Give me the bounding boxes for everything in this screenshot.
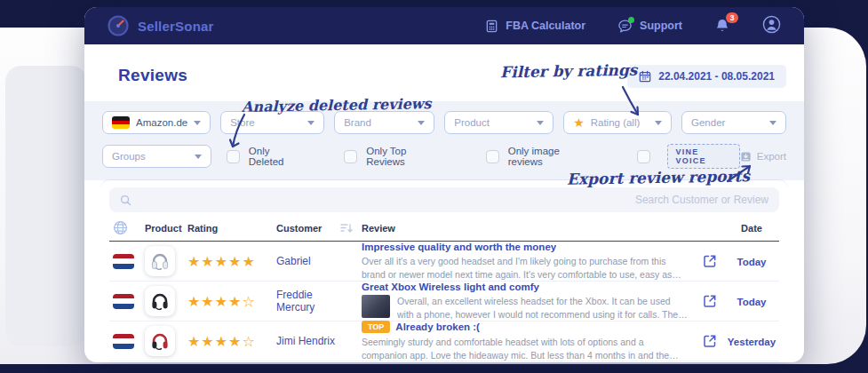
customer-name[interactable]: Jimi Hendrix (276, 335, 335, 347)
chevron-down-icon (418, 121, 425, 125)
product-image-black-headset[interactable] (145, 286, 175, 316)
annotation-filter-by-ratings: Filter by ratings (500, 61, 638, 82)
app-window: SellerSonar FBA Calculator (84, 7, 804, 362)
review-row[interactable]: ★★★★☆ Freddie Mercury Great Xbox Wireles… (109, 282, 779, 321)
export-label: Export (757, 151, 786, 162)
account-avatar-button[interactable] (762, 15, 781, 37)
page-title: Reviews (118, 66, 187, 85)
only-top-label: Only Top Reviews (366, 146, 446, 167)
review-title[interactable]: Already broken :( (395, 321, 480, 332)
background-left-card (5, 66, 87, 346)
review-date: Yesterday (728, 337, 776, 347)
external-link-icon[interactable] (703, 334, 717, 348)
search-input[interactable] (139, 194, 768, 206)
page-header: Reviews 22.04.2021 - 08.05.2021 (84, 44, 804, 101)
gender-placeholder: Gender (691, 117, 763, 128)
checkbox-box[interactable] (344, 150, 357, 163)
product-image-red-headset[interactable] (145, 326, 175, 356)
review-title[interactable]: Impressive quality and worth the money (362, 242, 556, 252)
filter-row-checkboxes: Groups Only Deleted Only Top Reviews Onl… (102, 144, 786, 169)
brand-dropdown[interactable]: Brand (334, 111, 434, 134)
date-range-picker[interactable]: 22.04.2021 - 08.05.2021 (627, 65, 786, 88)
fba-calculator-link[interactable]: FBA Calculator (485, 20, 585, 33)
product-dropdown[interactable]: Product (444, 111, 553, 134)
fba-calculator-label: FBA Calculator (506, 20, 585, 32)
column-review[interactable]: Review (362, 223, 696, 234)
column-customer[interactable]: Customer (276, 223, 322, 234)
column-product[interactable]: Product (145, 223, 187, 234)
top-review-badge: TOP (362, 321, 390, 333)
netherlands-flag-icon (113, 334, 134, 349)
filter-row-dropdowns: Amazon.de Store Brand Product ★ Rating (… (102, 111, 786, 134)
star-rating: ★★★★☆ (187, 293, 276, 310)
search-bar[interactable] (109, 187, 779, 212)
notifications-button[interactable]: 3 (714, 18, 730, 34)
chevron-down-icon (194, 121, 201, 125)
reviews-table-card: Product Rating Customer Review Date (100, 180, 788, 362)
table-header: Product Rating Customer Review Date (109, 212, 779, 242)
annotation-arrow-down-left (225, 113, 248, 152)
review-date: Today (737, 297, 766, 307)
column-rating[interactable]: Rating (187, 223, 276, 234)
star-icon: ★ (573, 115, 585, 130)
germany-flag-icon (112, 116, 130, 129)
review-date: Today (737, 257, 766, 267)
globe-icon (113, 220, 128, 235)
date-range-value: 22.04.2021 - 08.05.2021 (658, 70, 775, 83)
only-top-reviews-checkbox[interactable]: Only Top Reviews (344, 146, 446, 167)
review-attached-photo[interactable] (362, 295, 390, 318)
netherlands-flag-icon (113, 294, 134, 309)
chevron-down-icon (537, 121, 544, 125)
only-image-label: Only image reviews (508, 146, 596, 167)
review-title[interactable]: Great Xbox Wireless light and comfy (362, 282, 539, 292)
review-body: Over all it's a very good headset and I'… (362, 255, 689, 282)
user-avatar-icon (762, 15, 781, 34)
review-body: Seemingly sturdy and comfortable headset… (362, 336, 689, 362)
chevron-down-icon (655, 121, 662, 125)
chevron-down-icon (307, 121, 315, 125)
annotation-arrow-down-right (619, 85, 642, 121)
annotation-arrow-up-right (726, 163, 754, 183)
calculator-icon (485, 20, 498, 33)
support-label: Support (640, 20, 682, 32)
search-icon (120, 194, 131, 206)
only-deleted-label: Only Deleted (249, 146, 307, 167)
export-button[interactable]: Export (740, 151, 786, 163)
annotation-export-reports: Export review reports (567, 167, 750, 188)
chevron-down-icon (769, 121, 776, 125)
star-rating: ★★★★☆ (187, 333, 276, 350)
notification-count-badge: 3 (726, 12, 738, 23)
sort-icon[interactable] (340, 223, 353, 234)
customer-name[interactable]: Gabriel (276, 255, 311, 267)
product-image-white-headset[interactable] (145, 246, 175, 276)
groups-dropdown[interactable]: Groups (102, 145, 211, 168)
only-image-reviews-checkbox[interactable]: Only image reviews (486, 146, 596, 167)
customer-name[interactable]: Freddie Mercury (276, 289, 353, 313)
support-online-dot (628, 17, 634, 23)
top-navigation-bar: SellerSonar FBA Calculator (84, 7, 804, 44)
star-rating: ★★★★★ (187, 253, 276, 270)
marketplace-value: Amazon.de (136, 117, 187, 128)
gender-dropdown[interactable]: Gender (681, 111, 786, 134)
netherlands-flag-icon (113, 254, 134, 269)
product-placeholder: Product (454, 117, 530, 128)
brand-placeholder: Brand (344, 117, 411, 128)
review-row[interactable]: ★★★★☆ Jimi Hendrix TOP Already broken :(… (109, 321, 779, 361)
column-date[interactable]: Date (724, 223, 779, 234)
chevron-down-icon (195, 155, 202, 159)
external-link-icon[interactable] (703, 294, 717, 308)
annotation-analyze-deleted: Analyze deleted reviews (242, 95, 432, 115)
review-body: Overall, an excellent wireless headset f… (397, 295, 689, 321)
checkbox-box[interactable] (637, 150, 650, 163)
review-row[interactable]: ★★★★★ Gabriel Impressive quality and wor… (109, 242, 779, 282)
checkbox-box[interactable] (486, 150, 499, 163)
external-link-icon[interactable] (703, 254, 717, 268)
brand-logo[interactable]: SellerSonar (108, 15, 214, 36)
export-icon (740, 151, 752, 163)
support-link[interactable]: Support (617, 19, 682, 34)
rating-dropdown[interactable]: ★ Rating (all) (563, 111, 672, 134)
brand-name: SellerSonar (138, 19, 214, 34)
marketplace-dropdown[interactable]: Amazon.de (102, 111, 211, 134)
calendar-icon (639, 70, 651, 83)
vine-voice-checkbox[interactable]: VINE VOICE (637, 144, 740, 169)
